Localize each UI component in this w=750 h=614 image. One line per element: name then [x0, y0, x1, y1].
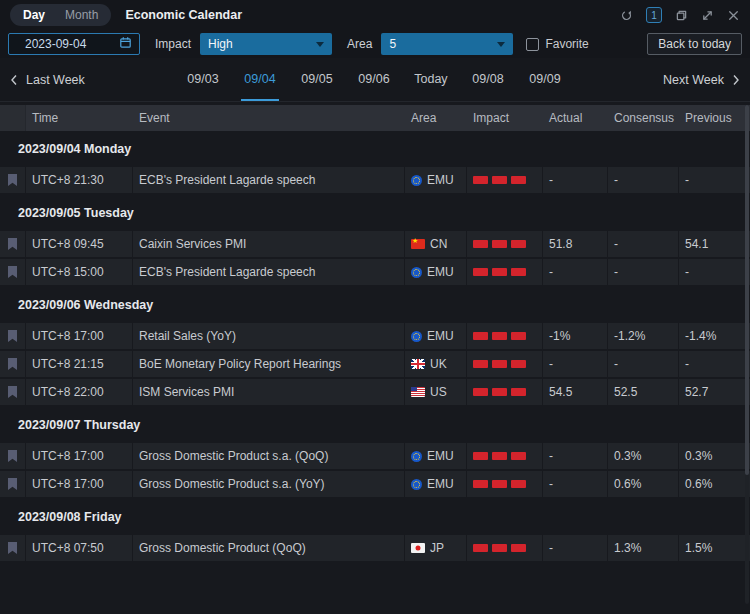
area-code: EMU: [427, 173, 454, 187]
impact-bar: [473, 268, 488, 276]
bookmark-icon[interactable]: [8, 358, 17, 370]
consensus-value: -: [608, 167, 679, 193]
day-tab-0909[interactable]: 09/09: [516, 58, 573, 101]
column-header-impact: Impact: [467, 105, 543, 131]
day-tab-0903[interactable]: 09/03: [174, 58, 231, 101]
emu-flag-icon: [411, 451, 422, 462]
impact-bar: [473, 544, 488, 552]
filter-bar: 2023-09-04 Impact High Area 5 Favorite B…: [0, 30, 750, 58]
last-week-label: Last Week: [26, 73, 85, 87]
previous-value: 1.5%: [679, 535, 750, 561]
area-code: EMU: [427, 449, 454, 463]
next-week-button[interactable]: Next Week: [663, 73, 740, 87]
date-picker[interactable]: 2023-09-04: [8, 33, 140, 55]
impact-bar: [492, 452, 507, 460]
bookmark-icon[interactable]: [8, 174, 17, 186]
event-time: UTC+8 07:50: [26, 535, 133, 561]
favorite-checkbox[interactable]: [526, 38, 539, 51]
event-row[interactable]: UTC+8 22:00ISM Services PMIUS54.552.552.…: [0, 379, 750, 405]
event-title: BoE Monetary Policy Report Hearings: [133, 351, 405, 377]
tab-month[interactable]: Month: [56, 6, 107, 24]
layout-1-icon[interactable]: 1: [646, 7, 662, 23]
bookmark-cell: [0, 351, 26, 377]
week-nav: Last Week 09/03 09/04 09/05 09/06 Today …: [0, 58, 750, 102]
impact-level: [467, 379, 543, 405]
event-area: CN: [405, 231, 467, 257]
impact-bar: [492, 480, 507, 488]
bookmark-icon[interactable]: [8, 450, 17, 462]
area-code: UK: [430, 357, 447, 371]
impact-bar: [473, 360, 488, 368]
event-row[interactable]: UTC+8 17:00Gross Domestic Product s.a. (…: [0, 471, 750, 497]
previous-value: -: [679, 259, 750, 285]
consensus-value: 0.3%: [608, 443, 679, 469]
bookmark-icon[interactable]: [8, 330, 17, 342]
bookmark-cell: [0, 323, 26, 349]
event-time: UTC+8 21:15: [26, 351, 133, 377]
bookmark-icon[interactable]: [8, 266, 17, 278]
impact-bar: [511, 268, 526, 276]
day-tab-0905[interactable]: 09/05: [288, 58, 345, 101]
bookmark-icon[interactable]: [8, 478, 17, 490]
area-code: EMU: [427, 265, 454, 279]
impact-select-value: High: [208, 37, 233, 51]
event-row[interactable]: UTC+8 07:50Gross Domestic Product (QoQ)J…: [0, 535, 750, 561]
actual-value: -1%: [543, 323, 608, 349]
bookmark-cell: [0, 443, 26, 469]
event-title: Gross Domestic Product s.a. (YoY): [133, 471, 405, 497]
bookmark-icon[interactable]: [8, 238, 17, 250]
emu-flag-icon: [411, 331, 422, 342]
event-row[interactable]: UTC+8 17:00Retail Sales (YoY)EMU-1%-1.2%…: [0, 323, 750, 349]
page-title: Economic Calendar: [125, 8, 242, 22]
refresh-icon[interactable]: [620, 9, 633, 22]
restore-window-icon[interactable]: [675, 9, 688, 22]
event-row[interactable]: UTC+8 09:45Caixin Services PMICN51.8-54.…: [0, 231, 750, 257]
bookmark-icon[interactable]: [8, 542, 17, 554]
actual-value: -: [543, 259, 608, 285]
scrollbar-thumb[interactable]: [745, 105, 749, 475]
back-to-today-button[interactable]: Back to today: [647, 33, 742, 55]
consensus-value: -1.2%: [608, 323, 679, 349]
table-header: Time Event Area Impact Actual Consensus …: [0, 105, 750, 131]
bookmark-cell: [0, 535, 26, 561]
event-time: UTC+8 17:00: [26, 443, 133, 469]
previous-value: -: [679, 167, 750, 193]
consensus-value: -: [608, 351, 679, 377]
date-group-header: 2023/09/04 Monday: [0, 131, 750, 167]
next-week-label: Next Week: [663, 73, 724, 87]
area-select[interactable]: 5: [381, 33, 513, 55]
day-tab-today[interactable]: Today: [402, 58, 459, 101]
day-tab-0904[interactable]: 09/04: [231, 58, 288, 101]
column-header-time: Time: [26, 105, 133, 131]
event-area: UK: [405, 351, 467, 377]
impact-bar: [511, 176, 526, 184]
day-tab-0906[interactable]: 09/06: [345, 58, 402, 101]
impact-bar: [511, 388, 526, 396]
event-row[interactable]: UTC+8 17:00Gross Domestic Product s.a. (…: [0, 443, 750, 469]
area-label: Area: [347, 37, 372, 51]
event-time: UTC+8 17:00: [26, 471, 133, 497]
scrollbar-track: [745, 105, 749, 604]
emu-flag-icon: [411, 175, 422, 186]
event-row[interactable]: UTC+8 21:15BoE Monetary Policy Report He…: [0, 351, 750, 377]
emu-flag-icon: [411, 479, 422, 490]
impact-level: [467, 351, 543, 377]
column-header-actual: Actual: [543, 105, 608, 131]
event-row[interactable]: UTC+8 15:00ECB's President Lagarde speec…: [0, 259, 750, 285]
event-row[interactable]: UTC+8 21:30ECB's President Lagarde speec…: [0, 167, 750, 193]
last-week-button[interactable]: Last Week: [10, 73, 85, 87]
us-flag-icon: [411, 387, 425, 397]
date-picker-value: 2023-09-04: [25, 37, 86, 51]
impact-select[interactable]: High: [200, 33, 332, 55]
consensus-value: -: [608, 259, 679, 285]
tab-day[interactable]: Day: [14, 6, 54, 24]
actual-value: -: [543, 535, 608, 561]
impact-level: [467, 323, 543, 349]
consensus-value: -: [608, 231, 679, 257]
day-tab-0908[interactable]: 09/08: [459, 58, 516, 101]
date-group-header: 2023/09/05 Tuesday: [0, 195, 750, 231]
close-icon[interactable]: [727, 9, 740, 22]
bookmark-icon[interactable]: [8, 386, 17, 398]
expand-icon[interactable]: [701, 9, 714, 22]
impact-bar: [511, 240, 526, 248]
